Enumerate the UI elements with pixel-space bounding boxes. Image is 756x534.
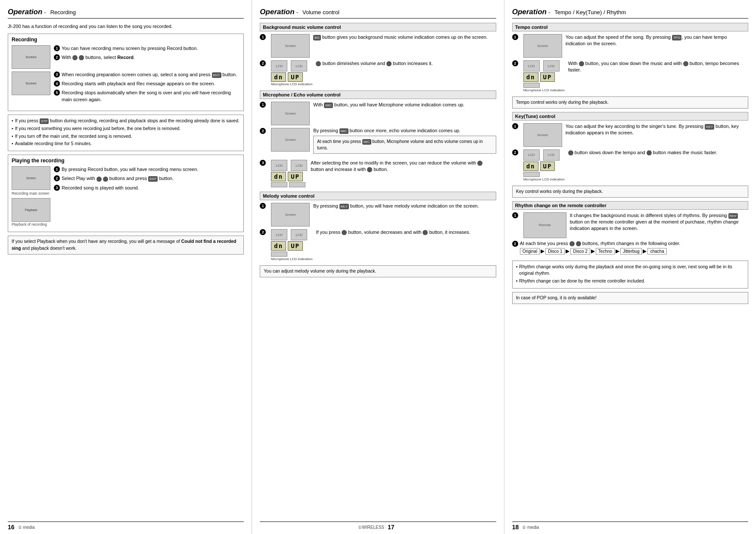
recording-step-5-text: Recording stops automatically when the s… bbox=[62, 90, 240, 103]
rhythm-arrow-4: ▶ bbox=[615, 248, 620, 254]
rhythm-arrow-3: ▶ bbox=[590, 248, 596, 254]
bullet-icon-1: • bbox=[12, 118, 13, 124]
tempo-lcd-wrap: LCD LCD dn UP Microphone LCD indication bbox=[523, 60, 565, 92]
page-17-title: Volume control bbox=[302, 9, 339, 16]
recording-section: Recording Screen 1 You can have recordin… bbox=[8, 34, 244, 112]
tempo-lcd-label: Microphone LCD indication bbox=[523, 88, 565, 92]
recording-main-caption: Recording main screen bbox=[12, 191, 50, 196]
playing-steps-1-2: Screen Recording main screen Playback Pl… bbox=[12, 166, 240, 227]
mic-lcd-up: UP bbox=[288, 172, 303, 181]
melody-minus-btn-icon bbox=[342, 230, 347, 235]
melody-step-1-circle: 1 bbox=[260, 203, 266, 209]
recording-step-2: 2 With buttons, select Record. bbox=[54, 54, 240, 61]
step-5-circle: 5 bbox=[54, 90, 60, 96]
tempo-title: Tempo control bbox=[512, 23, 748, 31]
play-up-btn-icon bbox=[96, 177, 102, 182]
btn-down-icon bbox=[79, 55, 84, 60]
playback-img: Playback bbox=[12, 198, 50, 222]
rhythm-note-2-text: Rhythm change can be done by the remote … bbox=[519, 278, 645, 285]
mic-lcd-pair: LCD LCD bbox=[271, 160, 307, 171]
page-16-footer: 16 ① media bbox=[8, 522, 244, 531]
tempo-note-text: Tempo control works only during the play… bbox=[516, 99, 609, 105]
mic-img-1: Screen bbox=[271, 102, 310, 125]
mic-lcd-bottom: dn UP bbox=[271, 172, 307, 181]
playing-step-2: 2 Select Play with buttons and press ENT… bbox=[54, 175, 240, 182]
rhythm-note-2: • Rhythm change can be done by the remot… bbox=[516, 278, 744, 285]
mic-btn-icon: MIC bbox=[324, 102, 333, 108]
note-3: • If you turn off the main unit, the rec… bbox=[12, 133, 240, 140]
melody-note-text: You can adjust melody volume only during… bbox=[264, 268, 376, 273]
melody-lcd-pair: LCD LCD bbox=[271, 229, 312, 240]
key-lcd-label: Microphone LCD indication bbox=[523, 177, 565, 181]
page-18-brand: ① media bbox=[522, 525, 539, 530]
rhythm-step-2-row: 2 At each time you press buttons, rhythm… bbox=[512, 241, 748, 256]
header-dash-18: - bbox=[548, 9, 550, 16]
rhythm-notes: • Rhythm change works only during the pl… bbox=[512, 261, 748, 289]
key-img-1: Screen bbox=[523, 123, 562, 147]
recording-img-1: Screen bbox=[12, 45, 50, 69]
recording-steps-text: 1 You can have recording menu screen by … bbox=[54, 45, 240, 69]
enter-btn-icon: ENT bbox=[212, 72, 221, 78]
bg-vol-step-1-text: BG button gives you background music vol… bbox=[313, 34, 496, 40]
mic-step-1-circle: 1 bbox=[260, 102, 266, 108]
tempo-lcd-up: UP bbox=[540, 72, 555, 82]
playing-step-3: 3 Recorded song is played with sound. bbox=[54, 185, 240, 191]
key-step-2-text: button slows down the tempo and button m… bbox=[568, 149, 748, 156]
key-btn-icon: KEY bbox=[705, 124, 714, 130]
melody-lcd-up: UP bbox=[288, 241, 303, 251]
step-4-circle: 4 bbox=[54, 81, 60, 87]
play-down-btn-icon bbox=[103, 177, 108, 182]
stop-btn-icon: STP bbox=[40, 118, 49, 124]
mic-step-3-text: After selecting the one to modify in the… bbox=[311, 160, 496, 173]
melody-lcd-extra bbox=[271, 251, 312, 257]
page-17-header: Operation - Volume control bbox=[260, 8, 496, 19]
increase-btn-icon bbox=[367, 167, 372, 172]
page-18-title: Tempo / Key(Tune) / Rhythm bbox=[554, 9, 626, 16]
step-3-circle: 3 bbox=[54, 71, 60, 78]
key-lcd-dn: dn bbox=[523, 161, 538, 171]
mic-btn-3-icon: MIC bbox=[362, 139, 371, 145]
mic-step-1-text: With MIC button, you will have Microphon… bbox=[313, 102, 496, 108]
page-16-brand: ① media bbox=[18, 525, 35, 530]
key-lcd-bottom: dn UP bbox=[523, 161, 565, 171]
tempo-lcd-left: LCD bbox=[523, 60, 540, 71]
recording-main-img: Screen bbox=[12, 166, 50, 190]
key-note-text: Key control works only during the playba… bbox=[516, 189, 603, 194]
mic-step-3-lcd-wrap: LCD LCD dn UP bbox=[271, 160, 307, 187]
mic-echo-note: At each time you press MIC button, Micro… bbox=[313, 136, 496, 154]
rhythm-step-1-row: 1 Remote It changes the background music… bbox=[512, 212, 748, 238]
melody-step-1-text: By pressing MLY button, you will have me… bbox=[313, 203, 496, 209]
rhythm-step-2-text: At each time you press buttons, rhythm c… bbox=[520, 241, 681, 246]
mic-echo-section: Microphone / Echo volume control 1 Scree… bbox=[260, 90, 496, 187]
playing-step-2-text: Select Play with buttons and press ENT b… bbox=[62, 175, 240, 182]
rhythm-arrow-2: ▶ bbox=[565, 248, 570, 254]
rhythm-title: Rhythm change on the remote controller bbox=[512, 201, 748, 210]
key-step-1-circle: 1 bbox=[512, 123, 518, 129]
play-step-1-circle: 1 bbox=[54, 166, 60, 172]
bg-vol-step-2-text: button diminishes volume and button incr… bbox=[316, 60, 496, 67]
page-16-header: Operation - Recording bbox=[8, 8, 244, 19]
mic-lcd-extra-left bbox=[271, 182, 287, 187]
melody-step-2-circle: 2 bbox=[260, 229, 266, 235]
page-17: Operation - Volume control Background mu… bbox=[252, 0, 504, 534]
note-2: • If you record something you were recor… bbox=[12, 125, 240, 132]
recording-img-2: Screen bbox=[12, 71, 50, 106]
bg-vol-step-2-num-wrap: 2 bbox=[260, 60, 268, 66]
recording-step-4-text: Recording starts with playback and Rec m… bbox=[62, 81, 240, 87]
lcd-mini-left: LCD bbox=[271, 60, 287, 71]
note-1-text: If you press STP button during recording… bbox=[15, 118, 240, 124]
rhythm-section: Rhythm change on the remote controller 1… bbox=[512, 201, 748, 256]
step-2-circle: 2 bbox=[54, 54, 60, 60]
bg-btn-icon: BG bbox=[313, 35, 321, 40]
playing-imgs: Screen Recording main screen Playback Pl… bbox=[12, 166, 50, 227]
page-18-footer: 18 ① media bbox=[512, 522, 748, 531]
playback-caption: Playback of recording bbox=[12, 222, 50, 227]
tempo-step-2-circle: 2 bbox=[512, 60, 518, 66]
bg-vol-step-1-circle: 1 bbox=[260, 34, 266, 40]
bullet-icon-3: • bbox=[12, 133, 13, 140]
operation-label: Operation bbox=[8, 8, 42, 16]
mic-step-2-text-wrap: By pressing MIC button once more, echo v… bbox=[313, 128, 496, 157]
recording-step-4: 4 Recording starts with playback and Rec… bbox=[54, 81, 240, 87]
page-16: Operation - Recording JI-200 has a funct… bbox=[0, 0, 252, 534]
mic-lcd-extra-right bbox=[289, 182, 305, 187]
